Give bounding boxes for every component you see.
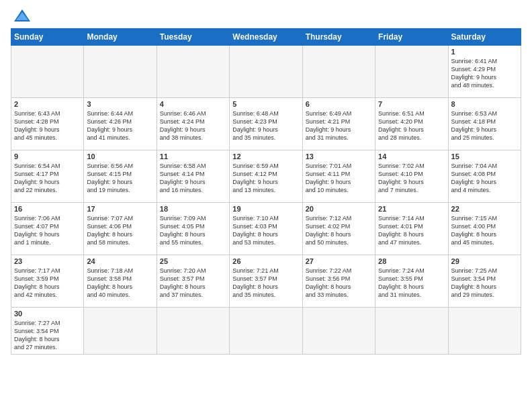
week-row-3: 16Sunrise: 7:06 AM Sunset: 4:07 PM Dayli…: [11, 203, 521, 255]
day-info: Sunrise: 6:58 AM Sunset: 4:14 PM Dayligh…: [160, 162, 226, 195]
calendar-cell: 11Sunrise: 6:58 AM Sunset: 4:14 PM Dayli…: [157, 150, 229, 203]
calendar-cell: 8Sunrise: 6:53 AM Sunset: 4:18 PM Daylig…: [448, 98, 521, 150]
calendar-cell: [448, 308, 521, 355]
calendar-cell: 7Sunrise: 6:51 AM Sunset: 4:20 PM Daylig…: [375, 98, 448, 150]
day-info: Sunrise: 7:02 AM Sunset: 4:10 PM Dayligh…: [378, 162, 445, 195]
calendar-cell: 13Sunrise: 7:01 AM Sunset: 4:11 PM Dayli…: [302, 150, 375, 203]
day-info: Sunrise: 7:14 AM Sunset: 4:01 PM Dayligh…: [378, 214, 445, 247]
logo-icon: [13, 8, 32, 23]
day-number: 12: [232, 152, 299, 161]
day-info: Sunrise: 7:21 AM Sunset: 3:57 PM Dayligh…: [232, 267, 299, 300]
day-number: 26: [232, 257, 299, 265]
day-info: Sunrise: 7:24 AM Sunset: 3:55 PM Dayligh…: [378, 267, 445, 300]
day-info: Sunrise: 6:48 AM Sunset: 4:23 PM Dayligh…: [232, 109, 299, 142]
day-number: 23: [14, 257, 81, 265]
day-info: Sunrise: 7:25 AM Sunset: 3:54 PM Dayligh…: [451, 267, 518, 300]
day-number: 30: [14, 310, 81, 318]
day-number: 21: [378, 205, 445, 213]
calendar-cell: 5Sunrise: 6:48 AM Sunset: 4:23 PM Daylig…: [230, 98, 302, 150]
day-number: 24: [87, 257, 153, 265]
calendar-cell: [375, 308, 448, 355]
calendar-cell: 6Sunrise: 6:49 AM Sunset: 4:21 PM Daylig…: [302, 98, 375, 150]
day-number: 4: [160, 100, 226, 108]
day-number: 28: [378, 257, 445, 265]
week-row-4: 23Sunrise: 7:17 AM Sunset: 3:59 PM Dayli…: [11, 255, 521, 308]
day-info: Sunrise: 7:22 AM Sunset: 3:56 PM Dayligh…: [306, 267, 372, 300]
calendar-cell: [157, 46, 229, 98]
calendar-cell: 12Sunrise: 6:59 AM Sunset: 4:12 PM Dayli…: [230, 150, 302, 203]
calendar-cell: 30Sunrise: 7:27 AM Sunset: 3:54 PM Dayli…: [11, 308, 84, 355]
day-info: Sunrise: 6:54 AM Sunset: 4:17 PM Dayligh…: [14, 162, 81, 195]
day-number: 7: [378, 100, 445, 108]
calendar-cell: 3Sunrise: 6:44 AM Sunset: 4:26 PM Daylig…: [84, 98, 157, 150]
calendar-cell: 16Sunrise: 7:06 AM Sunset: 4:07 PM Dayli…: [11, 203, 84, 255]
day-info: Sunrise: 7:17 AM Sunset: 3:59 PM Dayligh…: [14, 267, 81, 300]
calendar-cell: [302, 46, 375, 98]
calendar-cell: 23Sunrise: 7:17 AM Sunset: 3:59 PM Dayli…: [11, 255, 84, 308]
day-number: 2: [14, 100, 81, 108]
page: SundayMondayTuesdayWednesdayThursdayFrid…: [0, 0, 532, 360]
calendar-cell: [230, 308, 302, 355]
day-number: 22: [451, 205, 518, 213]
day-number: 18: [160, 205, 226, 213]
day-info: Sunrise: 7:12 AM Sunset: 4:02 PM Dayligh…: [306, 214, 372, 247]
calendar-cell: [230, 46, 302, 98]
day-number: 1: [451, 48, 518, 56]
calendar-cell: 14Sunrise: 7:02 AM Sunset: 4:10 PM Dayli…: [375, 150, 448, 203]
week-row-5: 30Sunrise: 7:27 AM Sunset: 3:54 PM Dayli…: [11, 308, 521, 355]
day-info: Sunrise: 6:43 AM Sunset: 4:28 PM Dayligh…: [14, 109, 81, 142]
calendar-cell: 29Sunrise: 7:25 AM Sunset: 3:54 PM Dayli…: [448, 255, 521, 308]
week-row-2: 9Sunrise: 6:54 AM Sunset: 4:17 PM Daylig…: [11, 150, 521, 203]
calendar-cell: [302, 308, 375, 355]
calendar-cell: 24Sunrise: 7:18 AM Sunset: 3:58 PM Dayli…: [84, 255, 157, 308]
day-number: 10: [87, 152, 153, 161]
week-row-0: 1Sunrise: 6:41 AM Sunset: 4:29 PM Daylig…: [11, 46, 521, 98]
weekday-header-wednesday: Wednesday: [230, 29, 302, 46]
day-number: 17: [87, 205, 153, 213]
day-info: Sunrise: 6:53 AM Sunset: 4:18 PM Dayligh…: [451, 109, 518, 142]
weekday-header-tuesday: Tuesday: [157, 29, 229, 46]
calendar-cell: 4Sunrise: 6:46 AM Sunset: 4:24 PM Daylig…: [157, 98, 229, 150]
day-info: Sunrise: 6:46 AM Sunset: 4:24 PM Dayligh…: [160, 109, 226, 142]
day-info: Sunrise: 7:27 AM Sunset: 3:54 PM Dayligh…: [14, 319, 81, 352]
logo: [11, 8, 32, 23]
calendar-cell: [375, 46, 448, 98]
calendar: SundayMondayTuesdayWednesdayThursdayFrid…: [11, 28, 521, 355]
day-info: Sunrise: 7:04 AM Sunset: 4:08 PM Dayligh…: [451, 162, 518, 195]
calendar-cell: 25Sunrise: 7:20 AM Sunset: 3:57 PM Dayli…: [157, 255, 229, 308]
day-number: 29: [451, 257, 518, 265]
calendar-cell: [84, 308, 157, 355]
calendar-cell: [157, 308, 229, 355]
day-info: Sunrise: 6:49 AM Sunset: 4:21 PM Dayligh…: [306, 109, 372, 142]
day-info: Sunrise: 7:09 AM Sunset: 4:05 PM Dayligh…: [160, 214, 226, 247]
day-number: 11: [160, 152, 226, 161]
calendar-cell: 28Sunrise: 7:24 AM Sunset: 3:55 PM Dayli…: [375, 255, 448, 308]
calendar-cell: 26Sunrise: 7:21 AM Sunset: 3:57 PM Dayli…: [230, 255, 302, 308]
day-info: Sunrise: 7:15 AM Sunset: 4:00 PM Dayligh…: [451, 214, 518, 247]
calendar-cell: 21Sunrise: 7:14 AM Sunset: 4:01 PM Dayli…: [375, 203, 448, 255]
day-number: 13: [306, 152, 372, 161]
calendar-cell: 9Sunrise: 6:54 AM Sunset: 4:17 PM Daylig…: [11, 150, 84, 203]
calendar-cell: 17Sunrise: 7:07 AM Sunset: 4:06 PM Dayli…: [84, 203, 157, 255]
day-info: Sunrise: 7:01 AM Sunset: 4:11 PM Dayligh…: [306, 162, 372, 195]
weekday-header-saturday: Saturday: [448, 29, 521, 46]
weekday-header-friday: Friday: [375, 29, 448, 46]
calendar-cell: 20Sunrise: 7:12 AM Sunset: 4:02 PM Dayli…: [302, 203, 375, 255]
day-number: 20: [306, 205, 372, 213]
header: [11, 8, 521, 23]
day-info: Sunrise: 6:51 AM Sunset: 4:20 PM Dayligh…: [378, 109, 445, 142]
weekday-header-thursday: Thursday: [302, 29, 375, 46]
calendar-cell: [11, 46, 84, 98]
day-number: 3: [87, 100, 153, 108]
calendar-cell: [84, 46, 157, 98]
week-row-1: 2Sunrise: 6:43 AM Sunset: 4:28 PM Daylig…: [11, 98, 521, 150]
weekday-header-sunday: Sunday: [11, 29, 84, 46]
calendar-cell: 1Sunrise: 6:41 AM Sunset: 4:29 PM Daylig…: [448, 46, 521, 98]
calendar-cell: 19Sunrise: 7:10 AM Sunset: 4:03 PM Dayli…: [230, 203, 302, 255]
day-info: Sunrise: 6:59 AM Sunset: 4:12 PM Dayligh…: [232, 162, 299, 195]
day-number: 16: [14, 205, 81, 213]
day-info: Sunrise: 7:20 AM Sunset: 3:57 PM Dayligh…: [160, 267, 226, 300]
calendar-cell: 10Sunrise: 6:56 AM Sunset: 4:15 PM Dayli…: [84, 150, 157, 203]
day-number: 8: [451, 100, 518, 108]
day-number: 5: [232, 100, 299, 108]
